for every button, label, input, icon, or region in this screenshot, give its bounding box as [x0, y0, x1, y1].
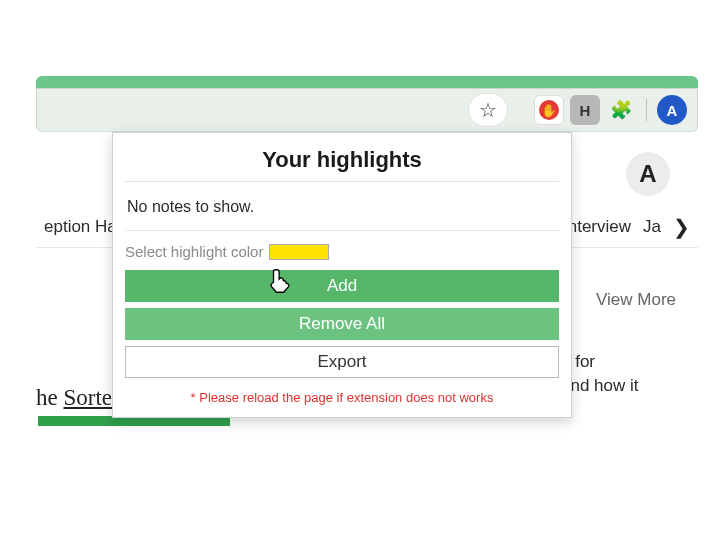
star-icon: ☆	[479, 100, 497, 120]
nav-item-ja[interactable]: Ja	[643, 217, 661, 237]
extension-ublock-button[interactable]: ✋	[534, 95, 564, 125]
extension-highlighter-button[interactable]: H	[570, 95, 600, 125]
page-avatar[interactable]: A	[626, 152, 670, 196]
extensions-menu-button[interactable]: 🧩	[606, 95, 636, 125]
popup-warning-text: * Please reload the page if extension do…	[125, 384, 559, 405]
browser-toolbar: ☆ ✋ H 🧩 A	[36, 88, 698, 132]
hand-stop-icon: ✋	[539, 100, 559, 120]
nav-item-fragment-left[interactable]: eption Ha	[44, 217, 117, 237]
popup-title: Your highlights	[125, 143, 559, 182]
extension-popup: Your highlights No notes to show. Select…	[112, 132, 572, 418]
puzzle-icon: 🧩	[610, 99, 632, 121]
export-button[interactable]: Export	[125, 346, 559, 378]
popup-divider	[125, 230, 559, 231]
add-button[interactable]: Add	[125, 270, 559, 302]
view-more-link[interactable]: View More	[596, 290, 676, 310]
bookmark-star-button[interactable]: ☆	[468, 93, 508, 127]
toolbar-separator	[646, 99, 647, 121]
profile-avatar-button[interactable]: A	[657, 95, 687, 125]
highlight-color-swatch[interactable]	[269, 244, 329, 260]
remove-all-button[interactable]: Remove All	[125, 308, 559, 340]
chevron-right-icon[interactable]: ❯	[673, 215, 690, 239]
page-paragraph-fragment: u for and how it	[561, 350, 676, 398]
nav-item-interview[interactable]: nterview	[568, 217, 631, 237]
color-select-label: Select highlight color	[125, 243, 263, 260]
title-prefix: he	[36, 385, 63, 410]
popup-empty-message: No notes to show.	[125, 182, 559, 230]
